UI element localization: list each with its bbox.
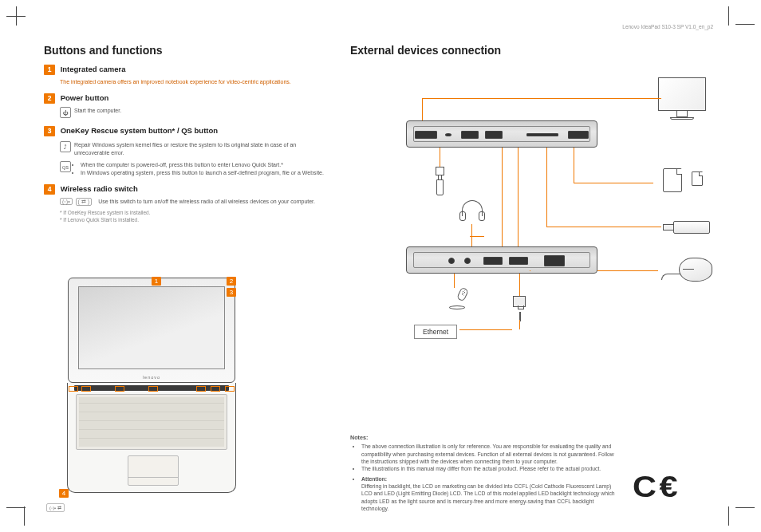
item-title-2: Power button [61, 93, 109, 102]
laptop-diagram: lenovo 1 2 3 4 (◦)• ⇄ [48, 278, 255, 509]
note-0: The above connection illustration is onl… [361, 443, 621, 465]
left-column: Buttons and functions 1 Integrated camer… [44, 44, 326, 512]
left-heading: Buttons and functions [44, 44, 326, 57]
item-onekey: 3 OneKey Rescue system button* / QS butt… [44, 126, 326, 176]
doc-path: Lenovo IdeaPad S10-3 SP V1.0_en_p2 [622, 24, 713, 30]
callout-1: 1 [152, 277, 161, 286]
item-desc-3a: Repair Windows system kernel files or re… [74, 141, 326, 156]
ce-mark-icon: C€ [633, 471, 680, 504]
item-desc-1: The integrated camera offers an improved… [60, 78, 326, 85]
item-title-1: Integrated camera [61, 65, 126, 73]
notes-heading: Notes: [350, 434, 621, 442]
monitor-icon [655, 77, 709, 125]
numbox-3: 3 [44, 126, 55, 136]
ethernet-plug-icon [513, 296, 527, 321]
callout-3: 3 [227, 288, 236, 297]
front-port-view [406, 246, 597, 274]
attention-text: Differing in backlight, the LCD on marke… [361, 483, 615, 511]
item-power: 2 Power button ⏻ Start the computer. [44, 93, 326, 118]
item-camera: 1 Integrated camera The integrated camer… [44, 65, 326, 85]
callout-2: 2 [227, 277, 236, 286]
item-desc-4: Use this switch to turn on/off the wirel… [98, 198, 326, 205]
usbstick-icon [663, 219, 712, 235]
item-desc-2: Start the computer. [74, 107, 326, 114]
footnote-a: * If OneKey Rescue system is installed. [60, 209, 326, 216]
ethernet-label: Ethernet [414, 325, 457, 339]
side-port-view [406, 120, 597, 148]
power-icon: ⏻ [60, 107, 71, 118]
radio-switch-bottom: (◦)• ⇄ [46, 503, 65, 512]
item-bullet-3-1: In Windows operating system, press this … [81, 169, 326, 176]
radio-icon-right: ( ⇄ ) [76, 198, 93, 206]
sdcard-icon [663, 168, 703, 197]
footnote-b: * If Lenovo Quick Start is installed. [60, 216, 326, 223]
numbox-2: 2 [44, 93, 55, 104]
numbox-4: 4 [44, 184, 55, 195]
numbox-1: 1 [44, 65, 55, 75]
headphones-icon [459, 200, 486, 227]
item-title-4: Wireless radio switch [61, 184, 138, 193]
right-column: External devices connection [350, 44, 717, 512]
recovery-icon: ⤴ [60, 141, 71, 152]
right-heading: External devices connection [350, 44, 717, 57]
connection-diagram: Ethernet [350, 65, 717, 344]
microphone-icon [448, 288, 476, 312]
mouse-icon [679, 258, 712, 282]
laptop-logo: lenovo [143, 375, 160, 380]
qs-icon: QS [60, 161, 71, 172]
radio-icon-left: (◦)• [60, 198, 73, 205]
item-bullet-3-0: When the computer is powered-off, press … [81, 161, 326, 168]
usb-cable-icon [430, 167, 449, 202]
note-1: The illustrations in this manual may dif… [361, 465, 621, 472]
callout-4: 4 [59, 489, 69, 498]
mouse-cable [661, 274, 680, 280]
attention-heading: Attention: [361, 476, 387, 482]
item-wireless: 4 Wireless radio switch (◦)• ( ⇄ ) Use t… [44, 184, 326, 223]
item-title-3: OneKey Rescue system button* / QS button [61, 126, 218, 135]
